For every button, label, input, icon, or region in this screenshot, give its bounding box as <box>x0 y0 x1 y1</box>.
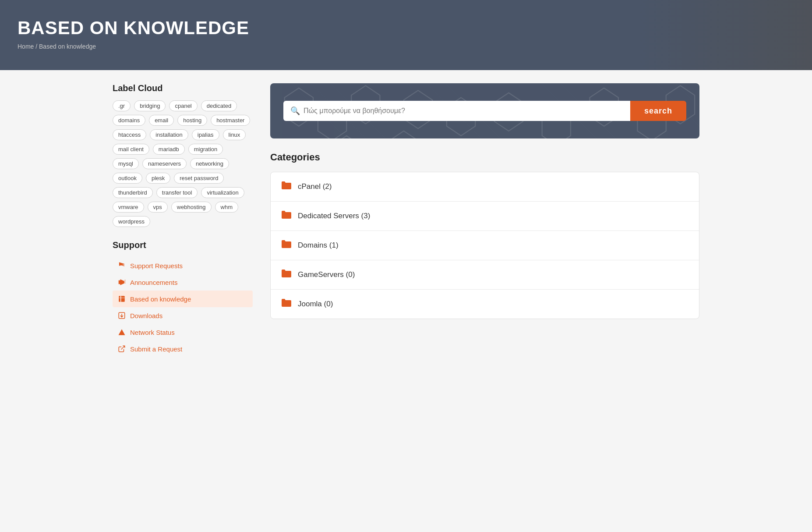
main-content: Label Cloud .grbridgingcpaneldedicateddo… <box>99 70 713 370</box>
breadcrumb-current: Based on knowledge <box>39 43 96 50</box>
sidebar-item-network-status[interactable]: Network Status <box>113 324 253 340</box>
svg-marker-12 <box>119 329 125 335</box>
tag-thunderbird[interactable]: thunderbird <box>113 187 153 198</box>
tag-vps[interactable]: vps <box>148 202 168 213</box>
categories-title: Categories <box>270 152 699 163</box>
tag-migration[interactable]: migration <box>188 144 223 155</box>
content-area: 🔍 search Categories cPanel (2)Dedicated … <box>270 83 699 357</box>
folder-icon <box>281 210 292 222</box>
tag-dedicated[interactable]: dedicated <box>201 100 237 111</box>
category-name: Domains (1) <box>298 241 339 250</box>
folder-icon <box>281 298 292 310</box>
sidebar-item-submit-request[interactable]: Submit a Request <box>113 340 253 357</box>
support-nav: Support RequestsAnnouncementsBased on kn… <box>113 257 253 357</box>
categories-list: cPanel (2)Dedicated Servers (3)Domains (… <box>270 172 699 319</box>
triangle-icon <box>118 328 126 336</box>
flag-icon <box>118 262 126 270</box>
svg-marker-25 <box>332 136 361 138</box>
sidebar-item-label-network-status: Network Status <box>130 329 175 336</box>
sidebar-item-label-support-requests: Support Requests <box>130 262 183 270</box>
tag-domains[interactable]: domains <box>113 115 145 126</box>
sidebar-item-label-submit-request: Submit a Request <box>130 345 182 353</box>
tag-outlook[interactable]: outlook <box>113 173 142 184</box>
tag-networking[interactable]: networking <box>190 158 229 169</box>
folder-icon <box>281 240 292 251</box>
tag-webhosting[interactable]: webhosting <box>171 202 212 213</box>
header-banner: BASED ON KNOWLEDGE Home / Based on knowl… <box>0 0 812 70</box>
tag-ipalias[interactable]: ipalias <box>192 129 219 140</box>
folder-icon <box>281 269 292 280</box>
category-item[interactable]: GameServers (0) <box>271 260 699 290</box>
category-item[interactable]: Dedicated Servers (3) <box>271 202 699 231</box>
tag-transfer-tool[interactable]: transfer tool <box>156 187 198 198</box>
svg-marker-3 <box>120 280 124 285</box>
tag-htaccess[interactable]: htaccess <box>113 129 146 140</box>
tag-email[interactable]: email <box>149 115 174 126</box>
tag-.gr[interactable]: .gr <box>113 100 131 111</box>
external-icon <box>118 345 126 353</box>
sidebar-item-label-downloads: Downloads <box>130 312 162 319</box>
tag-vmware[interactable]: vmware <box>113 202 144 213</box>
tag-plesk[interactable]: plesk <box>146 173 170 184</box>
search-container: 🔍 search <box>270 83 699 138</box>
tag-mail-client[interactable]: mail client <box>113 144 149 155</box>
breadcrumb: Home / Based on knowledge <box>18 43 794 50</box>
category-name: cPanel (2) <box>298 182 332 191</box>
page-title: BASED ON KNOWLEDGE <box>18 18 794 39</box>
breadcrumb-home[interactable]: Home <box>18 43 34 50</box>
book-icon <box>118 295 126 303</box>
search-button[interactable]: search <box>630 101 686 121</box>
category-item[interactable]: cPanel (2) <box>271 172 699 202</box>
sidebar-item-support-requests[interactable]: Support Requests <box>113 257 253 274</box>
label-cloud: .grbridgingcpaneldedicateddomainsemailho… <box>113 100 253 227</box>
search-input-wrap: 🔍 <box>283 101 630 121</box>
tag-reset-password[interactable]: reset password <box>174 173 224 184</box>
tag-whm[interactable]: whm <box>215 202 238 213</box>
search-magnifier-icon: 🔍 <box>290 106 300 116</box>
svg-marker-26 <box>389 131 418 138</box>
label-cloud-title: Label Cloud <box>113 83 253 93</box>
category-name: Joomla (0) <box>298 300 333 309</box>
tag-hostmaster[interactable]: hostmaster <box>211 115 250 126</box>
tag-wordpress[interactable]: wordpress <box>113 216 150 227</box>
category-item[interactable]: Joomla (0) <box>271 290 699 319</box>
category-name: Dedicated Servers (3) <box>298 212 370 220</box>
megaphone-icon <box>118 278 126 286</box>
download-icon <box>118 312 126 319</box>
sidebar-item-label-based-on-knowledge: Based on knowledge <box>130 295 191 303</box>
svg-line-5 <box>125 280 126 281</box>
tag-virtualization[interactable]: virtualization <box>201 187 244 198</box>
tag-hosting[interactable]: hosting <box>177 115 207 126</box>
sidebar-item-label-announcements: Announcements <box>130 279 177 286</box>
tag-mysql[interactable]: mysql <box>113 158 139 169</box>
svg-line-13 <box>121 346 125 349</box>
tag-cpanel[interactable]: cpanel <box>169 100 197 111</box>
category-item[interactable]: Domains (1) <box>271 231 699 260</box>
sidebar-item-downloads[interactable]: Downloads <box>113 307 253 324</box>
sidebar: Label Cloud .grbridgingcpaneldedicateddo… <box>113 83 253 357</box>
sidebar-item-based-on-knowledge[interactable]: Based on knowledge <box>113 291 253 307</box>
tag-installation[interactable]: installation <box>150 129 188 140</box>
svg-line-6 <box>125 283 126 284</box>
search-input[interactable] <box>304 101 623 121</box>
svg-rect-7 <box>119 296 125 302</box>
category-name: GameServers (0) <box>298 270 355 279</box>
tag-linux[interactable]: linux <box>223 129 246 140</box>
tag-mariadb[interactable]: mariadb <box>153 144 185 155</box>
sidebar-item-announcements[interactable]: Announcements <box>113 274 253 291</box>
tag-nameservers[interactable]: nameservers <box>142 158 187 169</box>
tag-bridging[interactable]: bridging <box>134 100 166 111</box>
folder-icon <box>281 181 292 192</box>
search-row: 🔍 search <box>283 101 686 121</box>
support-title: Support <box>113 240 253 250</box>
